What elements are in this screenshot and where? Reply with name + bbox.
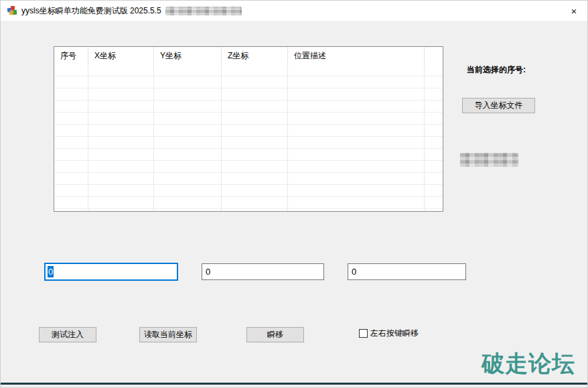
titlebar: yysls坐标瞬单功能免费测试版 2025.5.5 × [1,1,588,21]
import-coordinates-button[interactable]: 导入坐标文件 [462,98,535,113]
column-header-y[interactable]: Y坐标 [154,47,222,64]
test-inject-button[interactable]: 测试注入 [39,327,96,342]
column-header-spacer [425,47,443,64]
teleport-button[interactable]: 瞬移 [246,327,304,342]
window-title: yysls坐标瞬单功能免费测试版 2025.5.5 [21,5,161,17]
watermark-underline [1,383,587,385]
column-header-z[interactable]: Z坐标 [222,47,288,64]
y-coordinate-input[interactable] [202,263,324,280]
close-button[interactable]: × [565,3,583,19]
mouse-teleport-checkbox-row[interactable]: 左右按键瞬移 [359,328,419,339]
app-window: yysls坐标瞬单功能免费测试版 2025.5.5 × 序号 X坐标 Y坐标 Z… [0,0,588,388]
app-icon [7,5,17,16]
x-coordinate-selected-value: 0 [48,266,54,277]
mouse-teleport-checkbox[interactable] [359,329,368,338]
redacted-side-text [460,153,518,167]
watermark-text: 破走论坛 [482,348,575,379]
table-body-empty[interactable] [54,64,443,211]
read-current-coordinates-button[interactable]: 读取当前坐标 [139,327,197,342]
column-header-x[interactable]: X坐标 [88,47,154,64]
redacted-title-text [165,7,242,15]
mouse-teleport-checkbox-label: 左右按键瞬移 [370,328,419,339]
column-header-index[interactable]: 序号 [54,47,88,64]
table-header: 序号 X坐标 Y坐标 Z坐标 位置描述 [54,47,443,64]
column-header-description[interactable]: 位置描述 [288,47,425,64]
coordinates-table[interactable]: 序号 X坐标 Y坐标 Z坐标 位置描述 [54,46,443,212]
x-coordinate-input[interactable]: 0 [44,263,178,281]
selected-index-label: 当前选择的序号: [467,64,526,76]
z-coordinate-input[interactable] [348,263,466,280]
